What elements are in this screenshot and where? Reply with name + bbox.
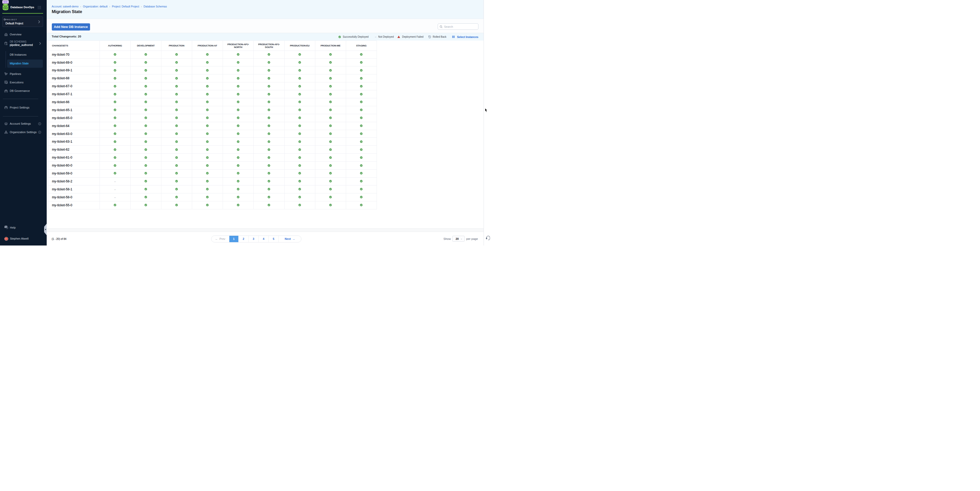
svg-text:?: ? xyxy=(5,226,6,227)
